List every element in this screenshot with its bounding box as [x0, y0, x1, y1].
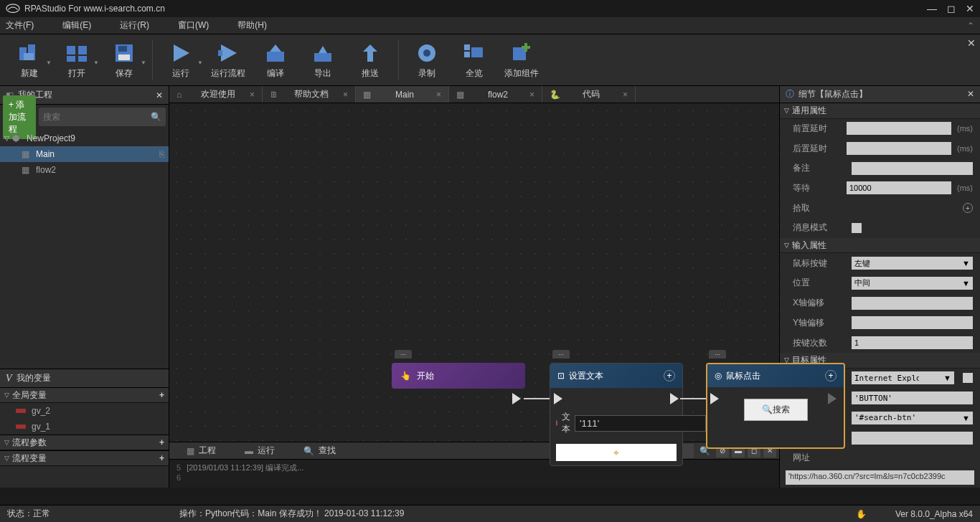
- save-icon: [111, 40, 137, 66]
- mousebtn-select[interactable]: 左键▼: [852, 257, 973, 270]
- pick-button[interactable]: +: [963, 203, 973, 213]
- node-add-icon[interactable]: +: [664, 370, 675, 381]
- new-button[interactable]: 新建▼: [6, 37, 53, 83]
- postdelay-input[interactable]: [847, 142, 951, 155]
- tab-close-icon[interactable]: ×: [436, 90, 441, 100]
- tree-root[interactable]: ▽ ⬢ NewProject9: [0, 130, 169, 146]
- node-settext[interactable]: ⊡ 设置文本 + 文本: [550, 363, 683, 466]
- project-search-input[interactable]: 🔍: [39, 108, 166, 126]
- caption-input[interactable]: [852, 432, 973, 445]
- add-flowvar-icon[interactable]: +: [159, 453, 164, 463]
- overview-button[interactable]: 全览: [451, 37, 498, 83]
- console-output: 5[2019/01/03 11:12:39] 编译完成... 6: [169, 459, 779, 488]
- runflow-button[interactable]: 运行流程: [204, 37, 252, 83]
- node-start[interactable]: 👆 开始: [392, 363, 525, 389]
- link-icon: ⎘: [159, 149, 164, 159]
- maximize-button[interactable]: ◻: [947, 3, 956, 14]
- project-close-icon[interactable]: ✕: [156, 90, 163, 100]
- tree-item-flow2[interactable]: ▦ flow2: [0, 162, 169, 178]
- element-preview[interactable]: [556, 444, 677, 461]
- flowvars-section[interactable]: ▽流程变量 +: [0, 450, 169, 466]
- property-close-icon[interactable]: ✕: [967, 89, 974, 99]
- wintitle-check[interactable]: [963, 373, 973, 383]
- predelay-input[interactable]: [847, 122, 951, 135]
- btab-run[interactable]: ▬运行: [230, 445, 289, 457]
- wait-input[interactable]: [847, 181, 951, 194]
- menu-edit[interactable]: 编辑(E): [62, 19, 91, 32]
- toolbar-close-icon[interactable]: ✕: [967, 37, 976, 49]
- editor-tabs: ⌂欢迎使用× 🗎帮助文档× ▦Main× ▦flow2× 🐍代码×: [169, 86, 779, 103]
- flowparams-section[interactable]: ▽流程参数 +: [0, 435, 169, 450]
- presscount-input[interactable]: [852, 336, 973, 349]
- tab-flow2[interactable]: ▦flow2×: [449, 86, 542, 103]
- tab-close-icon[interactable]: ×: [343, 90, 348, 100]
- svg-rect-13: [314, 53, 331, 62]
- record-button[interactable]: 录制: [403, 37, 451, 83]
- compile-button[interactable]: 编译: [252, 37, 299, 83]
- property-header: ⓘ 细节【鼠标点击】 ✕: [780, 86, 980, 103]
- tab-close-icon[interactable]: ×: [529, 90, 534, 100]
- xoff-input[interactable]: [852, 297, 973, 310]
- port-out-icon[interactable]: [512, 393, 521, 404]
- section-general[interactable]: ▽通用属性: [780, 103, 980, 119]
- add-param-icon[interactable]: +: [159, 437, 164, 447]
- menu-help[interactable]: 帮助(H): [237, 19, 267, 32]
- minimize-button[interactable]: —: [927, 3, 937, 14]
- node-click[interactable]: ◎ 鼠标点击 + 🔍搜索: [706, 363, 845, 449]
- var-item[interactable]: gv_1: [0, 419, 169, 435]
- python-icon: 🐍: [550, 90, 560, 100]
- var-item[interactable]: gv_2: [0, 403, 169, 419]
- push-button[interactable]: 推送: [347, 37, 394, 83]
- export-button[interactable]: 导出: [299, 37, 347, 83]
- save-button[interactable]: 保存▼: [100, 37, 148, 83]
- flow-canvas[interactable]: ⋯ 👆 开始 ⋯ ⊡ 设置文本 + 文本: [169, 103, 779, 442]
- run-button[interactable]: 运行▼: [157, 37, 204, 83]
- node-handle-icon[interactable]: ⋯: [552, 350, 570, 359]
- svg-rect-12: [267, 52, 284, 62]
- section-input[interactable]: ▽输入属性: [780, 238, 980, 254]
- addcomp-button[interactable]: 添加组件: [498, 37, 545, 83]
- tree-item-main[interactable]: ▦ Main ⎘: [0, 146, 169, 162]
- globals-section[interactable]: ▽全局变量 +: [0, 387, 169, 403]
- settext-value-input[interactable]: [575, 415, 706, 432]
- url-input[interactable]: 'https://hao.360.cn/?src=lm&ls=n7c0cb239…: [786, 470, 974, 485]
- node-handle-icon[interactable]: ⋯: [395, 350, 412, 359]
- tab-close-icon[interactable]: ×: [623, 90, 628, 100]
- project-tab-icon: ▦: [187, 446, 194, 456]
- tab-welcome[interactable]: ⌂欢迎使用×: [169, 86, 263, 103]
- tab-close-icon[interactable]: ×: [250, 90, 255, 100]
- tab-code[interactable]: 🐍代码×: [542, 86, 636, 103]
- svg-rect-9: [118, 46, 127, 52]
- push-icon: [357, 40, 383, 66]
- menubar: 文件(F) 编辑(E) 运行(R) 窗口(W) 帮助(H) ⌃: [0, 17, 980, 34]
- btab-project[interactable]: ▦工程: [172, 445, 230, 457]
- wintitle-select[interactable]: Internet Explorer'▼: [852, 371, 954, 384]
- export-icon: [310, 40, 336, 66]
- remark-input[interactable]: [852, 162, 973, 175]
- run-tab-icon: ▬: [245, 446, 253, 456]
- tagname-input[interactable]: [852, 392, 973, 404]
- app-title: RPAStudio For www.i-search.com.cn: [24, 4, 927, 14]
- btab-find[interactable]: 🔍查找: [289, 445, 350, 457]
- node-add-icon[interactable]: +: [825, 370, 837, 381]
- pos-select[interactable]: 中间▼: [852, 277, 973, 290]
- menu-file[interactable]: 文件(F): [6, 19, 34, 32]
- flow-icon: ▦: [22, 165, 32, 175]
- field-dot-icon: [556, 420, 557, 426]
- port-out-icon[interactable]: [670, 393, 679, 404]
- node-handle-icon[interactable]: ⋯: [709, 350, 726, 359]
- menu-run[interactable]: 运行(R): [120, 19, 149, 32]
- preview-button: 🔍搜索: [744, 399, 808, 421]
- open-button[interactable]: 打开▼: [53, 37, 100, 83]
- yoff-input[interactable]: [852, 316, 973, 329]
- tab-help[interactable]: 🗎帮助文档×: [263, 86, 356, 103]
- toolbar: 新建▼ 打开▼ 保存▼ 运行▼ 运行流程 编译 导出 推送 录制 全览 添加组件: [0, 34, 980, 86]
- close-button[interactable]: ✕: [966, 3, 974, 14]
- msgmode-checkbox[interactable]: [852, 223, 862, 233]
- var-icon: [16, 409, 26, 413]
- collapse-ribbon-icon[interactable]: ⌃: [967, 21, 974, 31]
- findpath-select[interactable]: '#search-btn'▼: [852, 412, 973, 424]
- tab-main[interactable]: ▦Main×: [356, 86, 449, 103]
- add-global-icon[interactable]: +: [159, 390, 164, 400]
- menu-window[interactable]: 窗口(W): [178, 19, 209, 32]
